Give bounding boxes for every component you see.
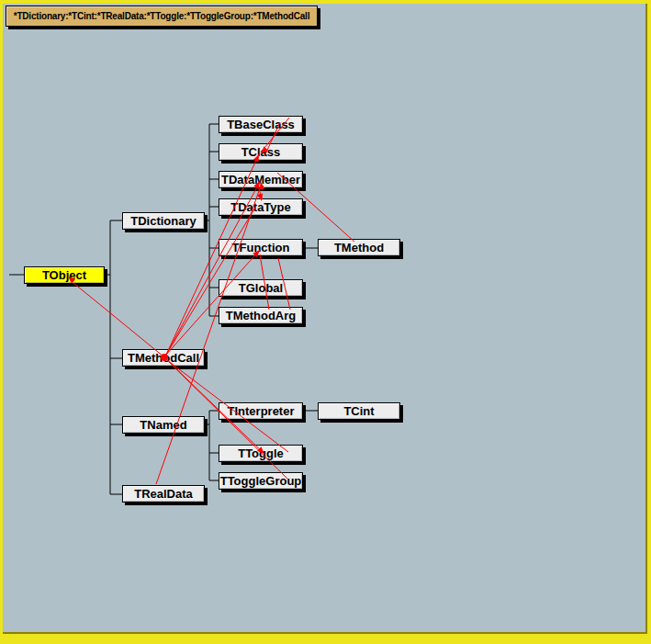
- class-box-tfunction[interactable]: TFunction: [219, 239, 303, 256]
- class-box-ttogglegroup[interactable]: TToggleGroup: [219, 472, 303, 490]
- class-box-tdictionary[interactable]: TDictionary: [122, 212, 205, 230]
- class-box-tmethodarg[interactable]: TMethodArg: [219, 307, 303, 324]
- class-box-ttoggle[interactable]: TToggle: [219, 445, 303, 462]
- class-box-trealdata[interactable]: TRealData: [122, 485, 205, 503]
- class-box-tglobal[interactable]: TGlobal: [219, 279, 303, 297]
- selection-pave-label[interactable]: *TDictionary:*TCint:*TRealData:*TToggle:…: [6, 6, 318, 27]
- class-boxes-layer: TObjectTDictionaryTMethodCallTNamedTReal…: [0, 0, 651, 644]
- class-box-tdatatype[interactable]: TDataType: [219, 198, 303, 216]
- class-box-tbaseclass[interactable]: TBaseClass: [219, 116, 303, 133]
- class-box-tobject[interactable]: TObject: [24, 266, 105, 284]
- class-box-tnamed[interactable]: TNamed: [122, 416, 205, 434]
- class-box-tdatamember[interactable]: TDataMember: [219, 171, 303, 188]
- class-box-tcint[interactable]: TCint: [318, 402, 400, 420]
- class-box-tmethod[interactable]: TMethod: [318, 239, 400, 256]
- class-box-tinterpreter[interactable]: TInterpreter: [219, 402, 303, 420]
- class-box-tmethodcall[interactable]: TMethodCall: [122, 349, 205, 367]
- class-box-tclass[interactable]: TClass: [219, 143, 303, 161]
